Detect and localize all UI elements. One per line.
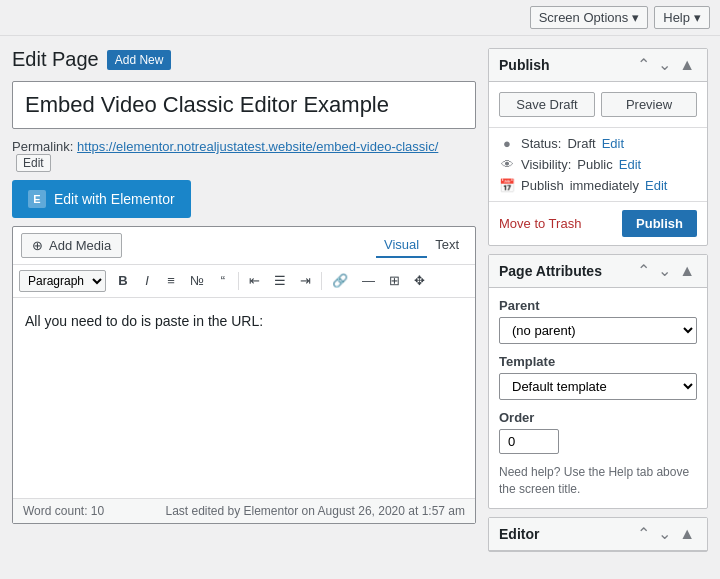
editor-metabox-title: Editor [499, 526, 539, 542]
top-bar: Screen Options ▾ Help ▾ [0, 0, 720, 36]
blockquote-button[interactable]: “ [212, 269, 234, 293]
publish-collapse-up-button[interactable]: ⌃ [635, 57, 652, 73]
publish-when-value: immediately [570, 178, 639, 193]
visibility-icon: 👁 [499, 157, 515, 172]
visibility-value: Public [577, 157, 612, 172]
ordered-list-button[interactable]: № [184, 269, 210, 293]
media-toolbar: ⊕ Add Media Visual Text [13, 227, 475, 265]
editor-metabox-header: Editor ⌃ ⌄ ▲ [489, 518, 707, 551]
order-label: Order [499, 410, 697, 425]
expand-button[interactable]: ✥ [408, 269, 431, 293]
publish-when-row: 📅 Publish immediately Edit [499, 178, 697, 193]
publish-box-controls: ⌃ ⌄ ▲ [635, 57, 697, 73]
chevron-down-icon: ▾ [694, 10, 701, 25]
horizontal-rule-button[interactable]: — [356, 269, 381, 293]
tab-text[interactable]: Text [427, 233, 467, 258]
order-input[interactable] [499, 429, 559, 454]
toolbar-separator [238, 272, 239, 290]
publish-box: Publish ⌃ ⌄ ▲ Save Draft Preview ● Statu… [488, 48, 708, 246]
editor-text: All you need to do is paste in the URL: [25, 313, 263, 329]
permalink-url[interactable]: https://elementor.notrealjustatest.websi… [77, 139, 438, 154]
order-field: Order [499, 410, 697, 454]
publish-meta: ● Status: Draft Edit 👁 Visibility: Publi… [489, 128, 707, 202]
add-media-button[interactable]: ⊕ Add Media [21, 233, 122, 258]
save-draft-button[interactable]: Save Draft [499, 92, 595, 117]
align-right-button[interactable]: ⇥ [294, 269, 317, 293]
parent-label: Parent [499, 298, 697, 313]
word-count-bar: Word count: 10 Last edited by Elementor … [13, 498, 475, 523]
visibility-label: Visibility: [521, 157, 571, 172]
add-new-button[interactable]: Add New [107, 50, 172, 70]
format-toolbar: Paragraph B I ≡ № “ ⇤ ☰ ⇥ 🔗 — ⊞ ✥ [13, 265, 475, 298]
page-attributes-header: Page Attributes ⌃ ⌄ ▲ [489, 255, 707, 288]
publish-box-header: Publish ⌃ ⌄ ▲ [489, 49, 707, 82]
chevron-down-icon: ▾ [632, 10, 639, 25]
view-tabs: Visual Text [376, 233, 467, 258]
right-column: Publish ⌃ ⌄ ▲ Save Draft Preview ● Statu… [488, 48, 708, 552]
edit-with-elementor-button[interactable]: E Edit with Elementor [12, 180, 191, 218]
permalink-edit-button[interactable]: Edit [16, 154, 51, 172]
page-attributes-body: Parent (no parent) Template Default temp… [489, 288, 707, 508]
screen-options-label: Screen Options [539, 10, 629, 25]
word-count: Word count: 10 [23, 504, 104, 518]
move-to-trash-link[interactable]: Move to Trash [499, 216, 581, 231]
parent-select[interactable]: (no parent) [499, 317, 697, 344]
status-icon: ● [499, 136, 515, 151]
publish-when-label: Publish [521, 178, 564, 193]
template-select[interactable]: Default template [499, 373, 697, 400]
editor-metabox-controls: ⌃ ⌄ ▲ [635, 526, 697, 542]
unordered-list-button[interactable]: ≡ [160, 269, 182, 293]
page-attributes-box: Page Attributes ⌃ ⌄ ▲ Parent (no parent) [488, 254, 708, 509]
page-attributes-title: Page Attributes [499, 263, 602, 279]
page-header: Edit Page Add New [12, 48, 476, 71]
table-button[interactable]: ⊞ [383, 269, 406, 293]
screen-options-button[interactable]: Screen Options ▾ [530, 6, 649, 29]
page-attr-toggle-button[interactable]: ▲ [677, 263, 697, 279]
editor-box: ⊕ Add Media Visual Text Paragraph B I ≡ … [12, 226, 476, 524]
add-media-label: Add Media [49, 238, 111, 253]
editor-up-button[interactable]: ⌃ [635, 526, 652, 542]
bold-button[interactable]: B [112, 269, 134, 293]
publish-when-edit-link[interactable]: Edit [645, 178, 667, 193]
editor-down-button[interactable]: ⌄ [656, 526, 673, 542]
post-title-input[interactable] [12, 81, 476, 129]
status-label: Status: [521, 136, 561, 151]
permalink-bar: Permalink: https://elementor.notrealjust… [12, 139, 476, 172]
status-value: Draft [567, 136, 595, 151]
link-button[interactable]: 🔗 [326, 269, 354, 293]
page-title: Edit Page [12, 48, 99, 71]
page-attr-down-button[interactable]: ⌄ [656, 263, 673, 279]
align-center-button[interactable]: ☰ [268, 269, 292, 293]
publish-toggle-button[interactable]: ▲ [677, 57, 697, 73]
align-left-button[interactable]: ⇤ [243, 269, 266, 293]
publish-collapse-down-button[interactable]: ⌄ [656, 57, 673, 73]
permalink-label: Permalink: [12, 139, 73, 154]
help-button[interactable]: Help ▾ [654, 6, 710, 29]
paragraph-select[interactable]: Paragraph [19, 270, 106, 292]
media-icon: ⊕ [32, 238, 43, 253]
preview-button[interactable]: Preview [601, 92, 697, 117]
tab-visual[interactable]: Visual [376, 233, 427, 258]
italic-button[interactable]: I [136, 269, 158, 293]
page-attributes-controls: ⌃ ⌄ ▲ [635, 263, 697, 279]
status-edit-link[interactable]: Edit [602, 136, 624, 151]
editor-toggle-button[interactable]: ▲ [677, 526, 697, 542]
elementor-icon: E [28, 190, 46, 208]
editor-metabox: Editor ⌃ ⌄ ▲ [488, 517, 708, 552]
status-row: ● Status: Draft Edit [499, 136, 697, 151]
publish-button[interactable]: Publish [622, 210, 697, 237]
publish-footer: Move to Trash Publish [489, 202, 707, 245]
publish-actions: Save Draft Preview [489, 82, 707, 128]
page-attr-up-button[interactable]: ⌃ [635, 263, 652, 279]
calendar-icon: 📅 [499, 178, 515, 193]
template-label: Template [499, 354, 697, 369]
last-edited: Last edited by Elementor on August 26, 2… [165, 504, 465, 518]
template-field: Template Default template [499, 354, 697, 400]
elementor-btn-label: Edit with Elementor [54, 191, 175, 207]
editor-content[interactable]: All you need to do is paste in the URL: [13, 298, 475, 498]
toolbar-separator-2 [321, 272, 322, 290]
help-text: Need help? Use the Help tab above the sc… [499, 464, 697, 498]
left-column: Edit Page Add New Permalink: https://ele… [12, 48, 476, 552]
parent-field: Parent (no parent) [499, 298, 697, 344]
visibility-edit-link[interactable]: Edit [619, 157, 641, 172]
